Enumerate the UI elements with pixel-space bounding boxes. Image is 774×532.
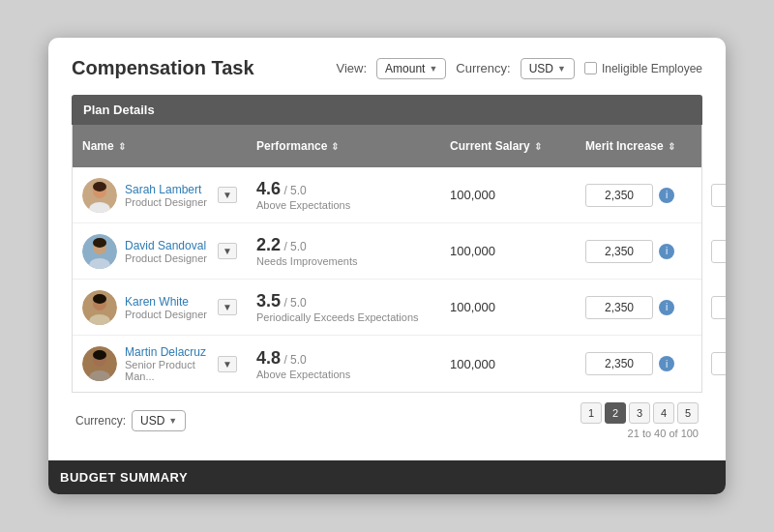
- performance-score: 2.2 / 5.0: [256, 235, 431, 255]
- header-controls: View: Amount ▼ Currency: USD ▼ Ineligibl…: [336, 58, 702, 79]
- view-label: View:: [336, 61, 367, 75]
- merit-input[interactable]: [585, 184, 653, 207]
- perf-label: Above Expectations: [256, 369, 431, 380]
- employee-dropdown[interactable]: ▼: [218, 356, 237, 372]
- performance-cell: 4.8 / 5.0 Above Expectations: [247, 340, 440, 388]
- ineligible-checkbox-label[interactable]: Ineligible Employee: [584, 62, 702, 75]
- col-salary: Current Salary ⇕: [440, 125, 576, 167]
- view-dropdown-arrow: ▼: [429, 64, 437, 74]
- page-button-4[interactable]: 4: [653, 402, 674, 424]
- col-merit-sort[interactable]: ⇕: [668, 141, 675, 152]
- col-merit: Merit Increase ⇕: [576, 125, 701, 167]
- market-input[interactable]: [711, 240, 726, 263]
- avatar: [82, 178, 117, 213]
- merit-info-icon[interactable]: i: [659, 356, 674, 371]
- avatar: [82, 234, 117, 269]
- merit-cell: i: [576, 232, 701, 271]
- market-cell: [701, 232, 726, 271]
- view-value: Amount: [385, 62, 425, 75]
- svg-point-11: [93, 294, 106, 304]
- employee-info: Karen White Product Designer: [125, 295, 207, 320]
- page-button-2[interactable]: 2: [605, 402, 626, 424]
- page-button-1[interactable]: 1: [580, 402, 602, 424]
- col-performance-sort[interactable]: ⇕: [331, 141, 339, 152]
- table-row: Martin Delacruz Senior Product Man... ▼ …: [73, 336, 701, 392]
- merit-cell: i: [576, 344, 701, 383]
- col-name-sort[interactable]: ⇕: [118, 141, 126, 152]
- page-buttons: 12345: [580, 402, 699, 424]
- employee-role: Product Designer: [125, 196, 207, 208]
- view-dropdown[interactable]: Amount ▼: [376, 58, 446, 79]
- employee-dropdown[interactable]: ▼: [218, 299, 237, 315]
- perf-score-value: 3.5: [256, 291, 281, 310]
- footer-row: Currency: USD ▼ 12345 21 to 40 of 100: [72, 393, 702, 443]
- col-market-label: MarketAdjustment: [711, 133, 726, 160]
- employee-name-cell: David Sandoval Product Designer ▼: [73, 226, 247, 277]
- perf-label: Above Expectations: [256, 199, 431, 211]
- currency-dropdown[interactable]: USD ▼: [521, 58, 575, 79]
- avatar: [82, 346, 117, 381]
- table-row: Karen White Product Designer ▼ 3.5 / 5.0…: [73, 280, 701, 336]
- page-button-5[interactable]: 5: [677, 402, 699, 424]
- merit-info-icon[interactable]: i: [659, 188, 674, 203]
- col-name: Name ⇕: [73, 125, 247, 167]
- svg-point-15: [93, 350, 106, 360]
- pagination: 12345 21 to 40 of 100: [580, 402, 699, 439]
- perf-score-value: 4.6: [256, 179, 281, 198]
- employee-info: Martin Delacruz Senior Product Man...: [125, 345, 210, 382]
- salary-cell: 100,000: [440, 180, 576, 210]
- performance-score: 4.6 / 5.0: [256, 179, 431, 199]
- col-performance-label: Performance: [256, 139, 327, 153]
- data-table: Name ⇕ Performance ⇕ Current Salary ⇕ Me…: [72, 125, 702, 393]
- performance-score: 4.8 / 5.0: [256, 348, 431, 369]
- col-market: MarketAdjustment ⇕: [701, 125, 726, 167]
- main-card: Compensation Task View: Amount ▼ Currenc…: [48, 38, 726, 494]
- salary-cell: 100,000: [440, 349, 576, 379]
- employee-name-link[interactable]: Karen White: [125, 295, 207, 309]
- perf-denom: / 5.0: [283, 353, 306, 367]
- market-cell: [701, 288, 726, 327]
- employee-name-link[interactable]: Martin Delacruz: [125, 345, 210, 359]
- col-salary-sort[interactable]: ⇕: [534, 141, 542, 152]
- employee-dropdown[interactable]: ▼: [218, 187, 237, 203]
- merit-info-icon[interactable]: i: [659, 244, 674, 259]
- market-input[interactable]: [711, 352, 726, 375]
- merit-cell: i: [576, 288, 701, 327]
- employee-dropdown[interactable]: ▼: [218, 243, 237, 259]
- perf-denom: / 5.0: [283, 184, 306, 197]
- page-title: Compensation Task: [72, 57, 336, 79]
- svg-point-3: [93, 182, 106, 192]
- market-input[interactable]: [711, 184, 726, 207]
- page-info: 21 to 40 of 100: [628, 428, 699, 439]
- table-row: Sarah Lambert Product Designer ▼ 4.6 / 5…: [73, 167, 701, 223]
- market-input[interactable]: [711, 296, 726, 319]
- performance-cell: 4.6 / 5.0 Above Expectations: [247, 171, 440, 219]
- merit-input[interactable]: [585, 352, 653, 375]
- perf-score-value: 2.2: [256, 235, 281, 254]
- employee-name-link[interactable]: Sarah Lambert: [125, 183, 207, 196]
- plan-section-header: Plan Details: [72, 95, 702, 125]
- perf-denom: / 5.0: [283, 240, 306, 253]
- performance-cell: 2.2 / 5.0 Needs Improvements: [247, 227, 440, 275]
- perf-label: Needs Improvements: [256, 255, 431, 267]
- perf-label: Periodically Exceeds Expectations: [256, 311, 431, 323]
- employee-role: Product Designer: [125, 252, 207, 264]
- merit-input[interactable]: [585, 240, 653, 263]
- merit-info-icon[interactable]: i: [659, 300, 674, 315]
- avatar: [82, 290, 117, 325]
- merit-cell: i: [576, 176, 701, 215]
- page-button-3[interactable]: 3: [629, 402, 650, 424]
- performance-score: 3.5 / 5.0: [256, 291, 431, 311]
- table-row: David Sandoval Product Designer ▼ 2.2 / …: [73, 223, 701, 280]
- currency-value: USD: [529, 62, 553, 75]
- employee-name-cell: Martin Delacruz Senior Product Man... ▼: [73, 338, 247, 390]
- ineligible-checkbox[interactable]: [584, 62, 597, 74]
- employee-role: Senior Product Man...: [125, 359, 210, 382]
- merit-input[interactable]: [585, 296, 653, 319]
- market-cell: [701, 344, 726, 383]
- footer-currency-dropdown[interactable]: USD ▼: [132, 410, 186, 431]
- footer-currency: Currency: USD ▼: [75, 410, 186, 431]
- ineligible-label-text: Ineligible Employee: [602, 62, 702, 75]
- employee-name-link[interactable]: David Sandoval: [125, 239, 207, 252]
- footer-currency-value: USD: [140, 414, 164, 428]
